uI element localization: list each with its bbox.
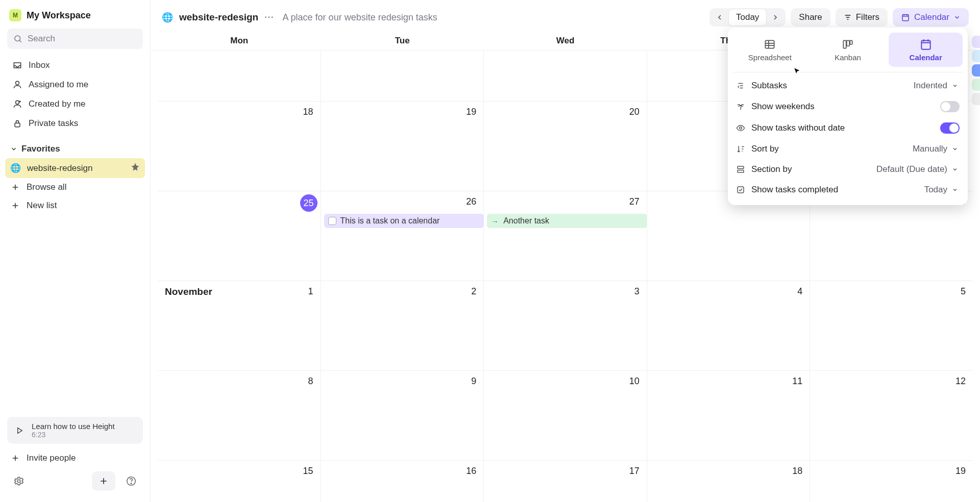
calendar-cell[interactable]: 16 xyxy=(321,461,484,502)
option-section-value[interactable]: Default (Due date) xyxy=(876,164,960,174)
calendar-cell[interactable] xyxy=(321,51,484,101)
date-number: 18 xyxy=(303,107,313,117)
calendar-cell[interactable]: 27→Another task xyxy=(484,191,647,281)
view-button[interactable]: Calendar xyxy=(893,8,969,27)
stripe-item[interactable] xyxy=(972,50,980,62)
calendar-cell[interactable]: 5 xyxy=(810,281,973,370)
gear-icon xyxy=(13,475,24,487)
calendar-cell[interactable]: 10 xyxy=(484,371,647,460)
calendar-task[interactable]: →Another task xyxy=(487,214,647,228)
prev-button[interactable] xyxy=(710,9,729,26)
new-list[interactable]: New list xyxy=(5,196,145,215)
calendar-cell[interactable]: 2 xyxy=(321,281,484,370)
calendar-cell[interactable]: 17 xyxy=(484,461,647,502)
view-spreadsheet[interactable]: Spreadsheet xyxy=(733,33,807,67)
calendar-cell[interactable] xyxy=(158,51,321,101)
calendar-cell[interactable]: 18 xyxy=(647,461,811,502)
browse-all[interactable]: Browse all xyxy=(5,178,145,196)
calendar-cell[interactable] xyxy=(484,51,647,101)
workspace-switcher[interactable]: M My Workspace xyxy=(5,7,145,23)
option-completed[interactable]: Show tasks completed Today xyxy=(733,180,963,200)
calendar-cell[interactable]: 18 xyxy=(158,102,321,191)
calendar-cell[interactable]: 1November xyxy=(158,281,321,370)
calendar-cell[interactable]: 20 xyxy=(484,102,647,191)
kanban-icon xyxy=(841,38,854,51)
svg-point-2 xyxy=(16,101,19,104)
filters-button[interactable]: Filters xyxy=(836,8,888,27)
month-label: November xyxy=(165,286,212,297)
option-completed-value[interactable]: Today xyxy=(924,185,960,195)
date-number: 25 xyxy=(300,194,317,212)
option-section[interactable]: Section by Default (Due date) xyxy=(733,159,963,180)
view-calendar[interactable]: Calendar xyxy=(889,33,963,67)
calendar-cell[interactable]: 8 xyxy=(158,371,321,460)
option-subtasks[interactable]: Subtasks Indented xyxy=(733,76,963,96)
calendar-task[interactable]: This is a task on a calendar xyxy=(324,214,484,228)
stripe-item[interactable] xyxy=(972,36,980,48)
filters-label: Filters xyxy=(856,12,879,22)
filter-icon xyxy=(844,13,852,21)
stripe-item[interactable] xyxy=(972,64,980,77)
option-nodate[interactable]: Show tasks without date xyxy=(733,117,963,139)
calendar-cell[interactable]: 11 xyxy=(647,371,811,460)
sidebar: M My Workspace Search Inbox Assigned to … xyxy=(0,0,151,502)
calendar-cell[interactable]: 19 xyxy=(321,102,484,191)
date-number: 5 xyxy=(961,286,966,297)
section-icon xyxy=(736,165,745,174)
nav-inbox[interactable]: Inbox xyxy=(7,56,143,74)
share-button[interactable]: Share xyxy=(791,8,830,27)
today-button[interactable]: Today xyxy=(729,9,766,26)
page-more-button[interactable]: ··· xyxy=(264,13,274,22)
svg-rect-12 xyxy=(921,40,930,49)
checkbox-icon xyxy=(736,185,745,194)
date-number: 27 xyxy=(629,196,640,207)
nav-assigned[interactable]: Assigned to me xyxy=(7,76,143,94)
stripe-item[interactable] xyxy=(972,93,980,105)
star-icon[interactable] xyxy=(131,162,140,174)
view-options: Subtasks Indented Show weekends Show tas… xyxy=(733,72,963,200)
top-actions: Today Share Filters Calendar xyxy=(709,8,969,27)
stripe-item[interactable] xyxy=(972,79,980,91)
calendar-cell[interactable]: 19 xyxy=(810,461,973,502)
unscheduled-stripe[interactable] xyxy=(972,36,980,105)
option-sort-value[interactable]: Manually xyxy=(913,144,960,154)
search-input[interactable]: Search xyxy=(7,29,143,49)
calendar-cell[interactable]: 9 xyxy=(321,371,484,460)
toggle-nodate[interactable] xyxy=(940,122,960,134)
date-number: 18 xyxy=(792,466,802,476)
settings-button[interactable] xyxy=(10,472,28,490)
nav-created[interactable]: Created by me xyxy=(7,95,143,113)
option-weekends[interactable]: Show weekends xyxy=(733,96,963,117)
chevron-down-icon xyxy=(10,145,17,153)
toggle-weekends[interactable] xyxy=(940,101,960,112)
invite-people[interactable]: Invite people xyxy=(5,449,145,467)
favorites-heading[interactable]: Favorites xyxy=(5,140,145,158)
arrow-icon: → xyxy=(491,217,499,225)
learn-card[interactable]: Learn how to use Height 6:23 xyxy=(7,417,143,444)
svg-rect-14 xyxy=(738,166,744,169)
nav-private[interactable]: Private tasks xyxy=(7,114,143,133)
next-button[interactable] xyxy=(766,9,785,26)
date-number: 20 xyxy=(629,107,640,117)
date-number: 16 xyxy=(466,466,476,476)
calendar-cell[interactable]: 12 xyxy=(810,371,973,460)
calendar-icon xyxy=(901,13,910,22)
calendar-cell[interactable]: 26This is a task on a calendar xyxy=(321,191,484,281)
calendar-week: 1November2345 xyxy=(158,281,973,371)
calendar-cell[interactable]: 3 xyxy=(484,281,647,370)
favorites-heading-label: Favorites xyxy=(21,144,60,154)
view-popover: Spreadsheet Kanban Calendar Subtasks Ind… xyxy=(728,28,968,205)
create-button[interactable] xyxy=(92,471,115,491)
nav-created-label: Created by me xyxy=(29,99,86,109)
favorite-website-redesign[interactable]: 🌐 website-redesign xyxy=(5,158,145,178)
option-sort[interactable]: Sort by Manually xyxy=(733,139,963,159)
calendar-cell[interactable]: 25 xyxy=(158,191,321,281)
help-button[interactable] xyxy=(122,472,140,490)
globe-icon: 🌐 xyxy=(10,163,21,173)
calendar-cell[interactable]: 15 xyxy=(158,461,321,502)
calendar-cell[interactable]: 4 xyxy=(647,281,811,370)
option-subtasks-value[interactable]: Indented xyxy=(914,81,960,91)
svg-point-1 xyxy=(16,81,19,85)
date-number: 3 xyxy=(634,286,640,297)
view-kanban[interactable]: Kanban xyxy=(811,33,885,67)
